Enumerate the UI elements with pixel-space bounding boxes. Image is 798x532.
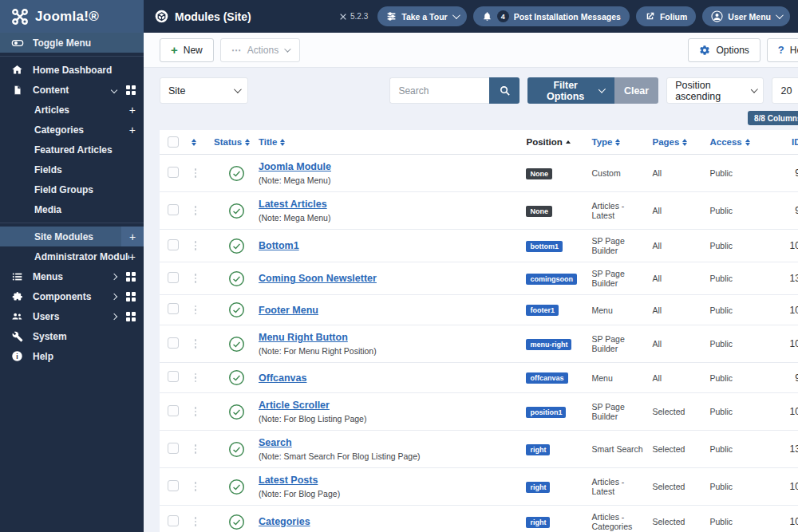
status-published-icon[interactable] bbox=[214, 336, 259, 353]
site-select[interactable]: Site bbox=[160, 77, 248, 104]
type-header[interactable]: Type bbox=[591, 137, 652, 147]
drag-handle-icon[interactable] bbox=[192, 339, 200, 349]
sidebar-item-media[interactable]: Media bbox=[0, 199, 144, 219]
row-checkbox[interactable] bbox=[168, 371, 179, 382]
pages-header[interactable]: Pages bbox=[652, 137, 709, 147]
sidebar-item-categories[interactable]: Categories+ bbox=[0, 120, 144, 140]
add-new-icon[interactable]: + bbox=[129, 250, 136, 263]
module-title-link[interactable]: Coming Soon Newsletter bbox=[259, 273, 377, 284]
status-published-icon[interactable] bbox=[214, 301, 259, 318]
row-checkbox[interactable] bbox=[168, 239, 179, 250]
access-header[interactable]: Access bbox=[709, 137, 772, 147]
help-button[interactable]: ? Help bbox=[767, 38, 798, 62]
add-new-icon[interactable]: + bbox=[121, 227, 144, 246]
row-checkbox[interactable] bbox=[168, 515, 179, 526]
search-button[interactable] bbox=[489, 77, 519, 104]
module-title-link[interactable]: Latest Articles bbox=[259, 199, 327, 210]
sort-select[interactable]: Position ascending bbox=[666, 77, 764, 104]
module-pages: Selected bbox=[652, 517, 709, 526]
add-new-icon[interactable]: + bbox=[129, 104, 136, 116]
row-checkbox[interactable] bbox=[168, 204, 179, 215]
sidebar-item-home-dashboard[interactable]: Home Dashboard bbox=[0, 60, 144, 80]
position-badge: None bbox=[526, 206, 552, 217]
module-title-link[interactable]: Offcanvas bbox=[259, 372, 306, 384]
module-title-link[interactable]: Search bbox=[259, 437, 292, 448]
sidebar-item-label: System bbox=[33, 331, 136, 342]
sidebar-item-components[interactable]: Components bbox=[0, 286, 144, 306]
filter-options-button[interactable]: Filter Options bbox=[527, 77, 614, 104]
status-published-icon[interactable] bbox=[214, 514, 259, 530]
sidebar-item-administrator-modules[interactable]: Administrator Modules+ bbox=[0, 246, 144, 266]
module-title-link[interactable]: Article Scroller bbox=[259, 400, 330, 411]
sidebar-item-system[interactable]: System bbox=[0, 326, 144, 346]
row-checkbox[interactable] bbox=[168, 405, 179, 416]
new-button[interactable]: + New bbox=[160, 38, 214, 62]
sidebar-item-field-groups[interactable]: Field Groups bbox=[0, 179, 144, 199]
row-checkbox[interactable] bbox=[168, 303, 179, 314]
status-published-icon[interactable] bbox=[214, 165, 259, 182]
drag-handle-icon[interactable] bbox=[192, 517, 200, 526]
module-title-link[interactable]: Categories bbox=[259, 516, 310, 527]
dashboard-grid-icon[interactable] bbox=[126, 272, 136, 282]
sidebar-item-toggle-menu[interactable]: Toggle Menu bbox=[0, 33, 144, 53]
row-checkbox[interactable] bbox=[168, 337, 179, 349]
add-new-icon[interactable]: + bbox=[129, 124, 136, 136]
drag-handle-icon[interactable] bbox=[192, 482, 200, 491]
dashboard-grid-icon[interactable] bbox=[126, 85, 136, 95]
module-title-link[interactable]: Menu Right Button bbox=[259, 332, 348, 343]
sidebar-item-site-modules[interactable]: Site Modules+ bbox=[0, 227, 144, 246]
drag-handle-icon[interactable] bbox=[192, 274, 200, 283]
module-id: 130 bbox=[772, 443, 798, 455]
columns-toggle-button[interactable]: 8/8 Columns bbox=[748, 111, 798, 125]
sort-ordering-header[interactable] bbox=[192, 139, 214, 146]
module-title-link[interactable]: Bottom1 bbox=[259, 240, 299, 251]
joomla-logo[interactable]: Joomla!® bbox=[0, 0, 144, 33]
row-checkbox[interactable] bbox=[168, 480, 179, 491]
status-published-icon[interactable] bbox=[214, 479, 259, 495]
select-all-checkbox[interactable] bbox=[168, 136, 192, 148]
list-limit-select[interactable]: 20 bbox=[772, 77, 798, 104]
clear-button[interactable]: Clear bbox=[614, 77, 658, 104]
search-input[interactable] bbox=[389, 77, 489, 104]
drag-handle-icon[interactable] bbox=[192, 305, 200, 315]
module-pages: Selected bbox=[652, 482, 709, 491]
sidebar-item-help[interactable]: iHelp bbox=[0, 346, 144, 366]
module-title-link[interactable]: Joomla Module bbox=[259, 161, 331, 172]
drag-handle-icon[interactable] bbox=[192, 206, 200, 215]
sidebar-item-fields[interactable]: Fields bbox=[0, 160, 144, 179]
status-published-icon[interactable] bbox=[214, 369, 259, 386]
drag-handle-icon[interactable] bbox=[192, 373, 200, 383]
row-checkbox[interactable] bbox=[168, 167, 179, 178]
post-installation-messages-button[interactable]: 4 Post Installation Messages bbox=[473, 6, 630, 26]
position-header[interactable]: Position bbox=[526, 137, 591, 147]
sidebar-item-articles[interactable]: Articles+ bbox=[0, 100, 144, 120]
module-title-link[interactable]: Latest Posts bbox=[259, 475, 318, 486]
drag-handle-icon[interactable] bbox=[192, 168, 200, 178]
status-published-icon[interactable] bbox=[214, 203, 259, 219]
drag-handle-icon[interactable] bbox=[192, 444, 200, 454]
sidebar-item-users[interactable]: Users bbox=[0, 306, 144, 326]
dashboard-grid-icon[interactable] bbox=[126, 292, 136, 301]
title-header[interactable]: Title bbox=[259, 137, 526, 147]
sidebar-item-menus[interactable]: Menus bbox=[0, 266, 144, 286]
status-published-icon[interactable] bbox=[214, 270, 259, 287]
module-title-link[interactable]: Footer Menu bbox=[259, 305, 318, 316]
drag-handle-icon[interactable] bbox=[192, 241, 200, 250]
sidebar-item-featured-articles[interactable]: Featured Articles bbox=[0, 140, 144, 160]
take-a-tour-button[interactable]: Take a Tour bbox=[377, 6, 466, 26]
row-checkbox[interactable] bbox=[168, 443, 179, 454]
status-published-icon[interactable] bbox=[214, 238, 259, 254]
drag-handle-icon[interactable] bbox=[192, 407, 200, 416]
sidebar-item-content[interactable]: Content bbox=[0, 80, 144, 100]
user-menu-button[interactable]: User Menu bbox=[702, 6, 790, 26]
folium-button[interactable]: Folium bbox=[636, 6, 696, 26]
dashboard-grid-icon[interactable] bbox=[126, 312, 136, 321]
id-header[interactable]: ID bbox=[772, 137, 798, 147]
status-published-icon[interactable] bbox=[214, 441, 259, 458]
status-published-icon[interactable] bbox=[214, 404, 259, 420]
row-checkbox[interactable] bbox=[168, 272, 179, 283]
status-header[interactable]: Status bbox=[214, 137, 259, 147]
table-row: Bottom1 bottom1 SP Page Builder All Publ… bbox=[160, 230, 798, 262]
actions-button[interactable]: ⋯ Actions bbox=[220, 38, 300, 62]
options-button[interactable]: Options bbox=[688, 38, 760, 62]
